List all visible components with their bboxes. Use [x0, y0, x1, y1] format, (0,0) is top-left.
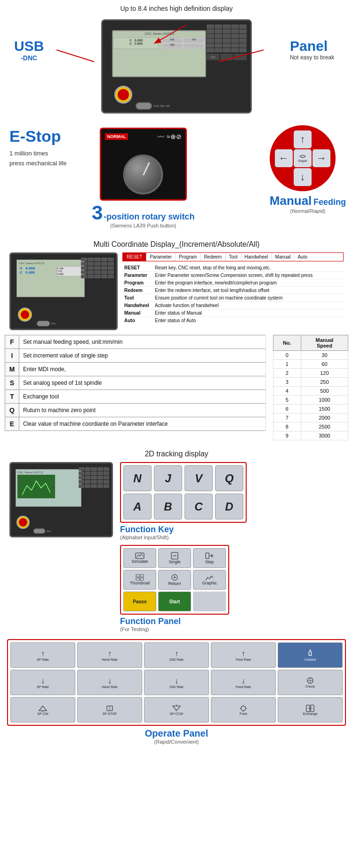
op-exchange[interactable]: Exchange — [278, 697, 343, 722]
op-chuck[interactable]: Chuck — [278, 670, 343, 695]
func-key-J[interactable]: J — [154, 465, 182, 491]
svg-rect-12 — [140, 578, 144, 580]
key-s-desc: Set analog speed of 1st spindle — [19, 376, 266, 390]
menu-parameter[interactable]: Parameter — [146, 253, 176, 261]
menu-area: RESET Parameter Program Redeem Tool Hand… — [122, 252, 344, 324]
operate-panel-label: Operate Panel — [145, 728, 209, 738]
op-feed-rate-up[interactable]: ↑ Feed Rate — [211, 642, 276, 668]
menu-auto[interactable]: Auto — [294, 253, 311, 261]
key-e: E — [5, 417, 19, 431]
func-key-N[interactable]: N — [123, 465, 152, 491]
func-panel-label: Function Panel — [120, 617, 181, 626]
function-key-section: N J V Q A B C D Function Key (Alphabet I… — [120, 462, 344, 540]
menu-manual[interactable]: Manual — [272, 253, 295, 261]
tracking-section: 2D tracking display CNC Series GNTCS — [0, 440, 353, 632]
op-sp-stop[interactable]: SP-STOP — [77, 697, 142, 722]
func-key-Q[interactable]: Q — [215, 465, 243, 491]
machine-screen: CNC Series GNTCS ·X 8.888 ·Z 0.888 F00 T… — [112, 30, 206, 77]
speed-col-no: No. — [273, 335, 301, 351]
display-callout: Up to 8.4 inches high definition display — [9, 5, 344, 12]
panel-return[interactable]: Return — [158, 570, 191, 590]
func-panel-sub: (For Testing) — [120, 626, 344, 632]
svg-rect-10 — [140, 575, 144, 577]
tracking-title: 2D tracking display — [9, 450, 344, 458]
estop-title: E-Stop — [9, 128, 85, 145]
key-t: T — [5, 390, 19, 404]
key-e-desc: Clear value of machine coordiante on Par… — [19, 417, 266, 431]
op-sp-rate-down[interactable]: ↓ SP Rate — [10, 670, 75, 695]
speed-col-speed: ManualSpeed — [301, 335, 348, 351]
func-key-C[interactable]: C — [185, 494, 213, 519]
table-row: I Set increment value of single step — [5, 349, 266, 363]
menu-program[interactable]: Program — [176, 253, 201, 261]
op-coolant[interactable]: Coolant — [278, 642, 343, 668]
svg-point-14 — [174, 576, 176, 578]
menu-handwheel[interactable]: Handwheel — [241, 253, 272, 261]
key-table-area: F Set manual feeding speed, unit:mm/min … — [5, 335, 266, 431]
section-top-display: Up to 8.4 inches high definition display… — [0, 0, 353, 123]
menu-redeem[interactable]: Redeem — [201, 253, 225, 261]
menu-tool[interactable]: Tool — [225, 253, 241, 261]
key-functions-table: F Set manual feeding speed, unit:mm/min … — [5, 335, 266, 431]
table-row: 4500 — [273, 387, 348, 396]
func-key-B[interactable]: B — [154, 494, 182, 519]
func-key-label: Function Key — [120, 525, 174, 534]
rotary-number: 3 — [92, 203, 103, 223]
rotary-label: -position rotary switch — [104, 212, 194, 222]
panel-simulate[interactable]: Simulate — [123, 548, 156, 568]
svg-point-24 — [241, 706, 246, 711]
func-key-D[interactable]: D — [215, 494, 243, 519]
table-row: S Set analog speed of 1st spindle — [5, 376, 266, 390]
op-hand-rate-down[interactable]: ↓ Hand Rate — [77, 670, 142, 695]
coord-display-section: Multi Coordinate Display_(Increment/Abso… — [0, 233, 353, 330]
op-feed-rate-down[interactable]: ↓ Feed Rate — [211, 670, 276, 695]
op-point[interactable]: Point — [211, 697, 276, 722]
table-row: 82500 — [273, 422, 348, 431]
menu-desc-table: RESET Reset key, CNC reset, stop of the … — [122, 264, 344, 324]
panel-pause[interactable]: Pause — [123, 592, 156, 611]
panel-thumbnail[interactable]: Thumbnail — [123, 570, 156, 590]
menu-reset[interactable]: RESET — [123, 253, 146, 261]
estop-button[interactable] — [114, 86, 132, 104]
speed-table-area: No. ManualSpeed 030160212032504500510006… — [273, 335, 348, 440]
op-sp-ccw[interactable]: SP-CCW — [144, 697, 209, 722]
op-sp-cw[interactable]: SP-CW — [10, 697, 75, 722]
table-row: 51000 — [273, 396, 348, 405]
table-row: Q Ruturn to machine zero point — [5, 404, 266, 417]
table-row: 030 — [273, 351, 348, 360]
table-row: E Clear value of machine coordiante on P… — [5, 417, 266, 431]
op-sp-rate-up[interactable]: ↑ SP Rate — [10, 642, 75, 668]
key-s: S — [5, 376, 19, 390]
panel-start[interactable]: Start — [158, 592, 191, 611]
func-key-A[interactable]: A — [123, 494, 152, 519]
op-hand-rate-up[interactable]: ↑ Hand Rate — [77, 642, 142, 668]
svg-marker-22 — [173, 706, 180, 711]
func-key-sub: (Alphabet Input/Shift) — [120, 535, 344, 540]
estop-desc: 1 million times press mechanical life — [9, 149, 85, 169]
op-g00-rate-up[interactable]: ↑ G00 Rate — [144, 642, 209, 668]
table-row: 3250 — [273, 378, 348, 387]
speed-table: No. ManualSpeed 030160212032504500510006… — [273, 335, 348, 440]
operate-panel-section: ↑ SP Rate ↑ Hand Rate ↑ G00 Rate ↑ Feed … — [0, 632, 353, 752]
op-g00-rate-down[interactable]: ↓ G00 Rate — [144, 670, 209, 695]
table-row: 160 — [273, 360, 348, 369]
key-m: M — [5, 363, 19, 376]
table-row: F Set manual feeding speed, unit:mm/min — [5, 335, 266, 349]
table-row: 72000 — [273, 414, 348, 422]
operate-panel-sub: (Rapid/Convenient) — [7, 739, 346, 745]
svg-marker-8 — [211, 554, 213, 558]
panel-step[interactable]: Step — [193, 548, 226, 568]
key-q: Q — [5, 404, 19, 417]
key-t-desc: Exchange tool — [19, 390, 266, 404]
panel-single[interactable]: Single — [158, 548, 191, 568]
panel-graphic[interactable]: Graphic — [193, 570, 226, 590]
func-key-V[interactable]: V — [185, 465, 213, 491]
table-row: 61500 — [273, 405, 348, 414]
svg-line-1 — [56, 50, 94, 62]
key-functions-section: F Set manual feeding speed, unit:mm/min … — [0, 330, 353, 440]
rapid-feeding: ↑ ← Rapid → ↓ Manual Feeding (Normal/Rap… — [270, 125, 346, 214]
svg-rect-11 — [136, 578, 139, 580]
key-m-desc: Enter MDI mode, — [19, 363, 266, 376]
panel-empty — [193, 592, 226, 611]
key-f: F — [5, 335, 19, 349]
